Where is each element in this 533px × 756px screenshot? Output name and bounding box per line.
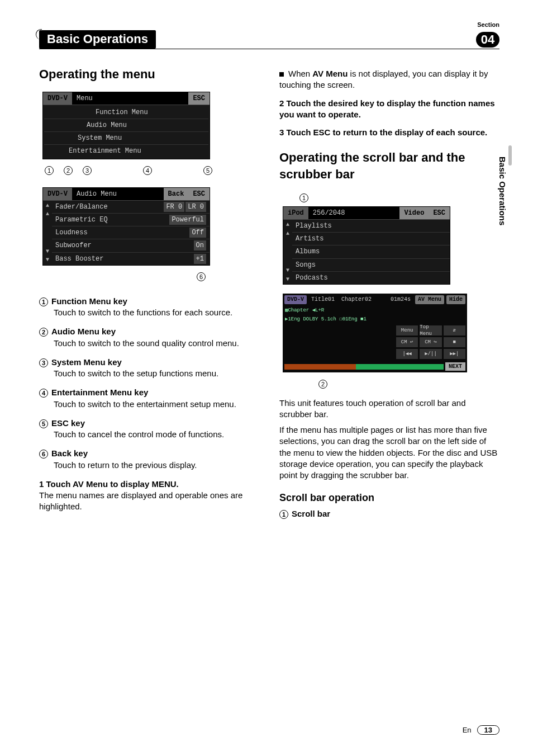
- menu-button[interactable]: Menu: [396, 325, 418, 336]
- scroll-down-icon[interactable]: ▼: [286, 267, 289, 275]
- scroll-up-icon-2[interactable]: ▲: [46, 210, 49, 218]
- left-column: Operating the menu DVD-V Menu ESC Functi…: [39, 66, 259, 527]
- term-body: Touch to cancel the control mode of func…: [54, 429, 259, 440]
- list-item[interactable]: Songs: [292, 259, 450, 272]
- bass-booster-row[interactable]: Bass Booster +1: [52, 253, 210, 265]
- source-tab-2[interactable]: DVD-V: [43, 188, 72, 200]
- top-menu-button[interactable]: Top Menu: [420, 325, 441, 336]
- bass-value: +1: [194, 254, 206, 264]
- scroll-rail[interactable]: ▲ ▲ ▼ ▼: [43, 201, 52, 265]
- entertainment-menu-item[interactable]: Entertainment Menu: [44, 145, 208, 157]
- back-button[interactable]: Back: [164, 188, 189, 200]
- callout-2-right: 2: [318, 380, 327, 389]
- term-title: System Menu key: [51, 357, 122, 367]
- step-1-head: 1 Touch AV Menu to display MENU.: [39, 479, 259, 490]
- prev-button[interactable]: |◀◀: [396, 349, 418, 359]
- row-label: Parametric EQ: [55, 215, 108, 224]
- dvd-audio-line: ▶1Eng DOLBY 5.1ch ☐01Eng ■1: [283, 315, 467, 324]
- stop-button[interactable]: ■: [444, 337, 465, 347]
- term-title: Function Menu key: [51, 296, 127, 306]
- lr-value: LR 0: [185, 202, 206, 212]
- av-menu-note: When AV Menu is not displayed, you can d…: [279, 68, 499, 91]
- subwoofer-value: On: [194, 240, 206, 251]
- right-column: When AV Menu is not displayed, you can d…: [279, 66, 499, 527]
- eq-value: Powerful: [169, 215, 206, 225]
- section-header: Basic Operations 04: [39, 30, 499, 49]
- audio-menu-item[interactable]: Audio Menu: [44, 119, 208, 132]
- cm-back-button[interactable]: CM ↩: [396, 337, 418, 347]
- esc-button-3[interactable]: ESC: [429, 207, 450, 219]
- avmenu-button[interactable]: AV Menu: [415, 295, 444, 304]
- next-button[interactable]: NEXT: [445, 362, 465, 371]
- term-num: 5: [39, 419, 48, 428]
- bullet-icon: [279, 72, 284, 77]
- nav-button[interactable]: ⇵: [444, 325, 465, 336]
- menu-tab[interactable]: Menu: [72, 92, 188, 105]
- dvd-chapter: Chapter02: [339, 295, 374, 304]
- scroll-down-icon[interactable]: ▼: [46, 248, 49, 256]
- row-label: Fader/Balance: [55, 202, 108, 211]
- page-footer: En 13: [463, 725, 499, 735]
- ipod-tab[interactable]: iPod: [283, 207, 308, 219]
- term-body: Touch to return to the previous display.: [54, 460, 259, 471]
- scroll-up-icon[interactable]: ▲: [46, 202, 49, 210]
- callout-6: 6: [197, 272, 206, 281]
- scroll-down-icon-2[interactable]: ▼: [46, 256, 49, 264]
- page-number: 13: [477, 725, 499, 735]
- scroll-intro-2: If the menu has multiple pages or list h…: [279, 424, 499, 481]
- term-title: ESC key: [51, 418, 85, 428]
- list-item[interactable]: Playlists: [292, 220, 450, 233]
- audio-menu-screenshot: DVD-V Audio Menu Back ESC ▲ ▲ ▼ ▼ Fader/…: [42, 187, 210, 266]
- term-body: Touch to switch to the setup functions m…: [54, 368, 259, 379]
- system-menu-item[interactable]: System Menu: [44, 132, 208, 145]
- note-bold: AV Menu: [312, 69, 348, 78]
- callout-5: 5: [203, 166, 212, 175]
- step-3: 3 Touch ESC to return to the display of …: [279, 127, 499, 138]
- function-menu-item[interactable]: Function Menu: [44, 106, 208, 119]
- list-item[interactable]: Artists: [292, 233, 450, 245]
- dvd-time: 01m24s: [388, 295, 413, 304]
- term-body: Touch to switch to the entertainment set…: [54, 399, 259, 410]
- hide-button[interactable]: Hide: [446, 295, 465, 304]
- dvd-source[interactable]: DVD-V: [284, 295, 307, 304]
- scroll-down-icon-2[interactable]: ▼: [286, 276, 289, 284]
- scroll-item-title: Scroll bar: [292, 509, 330, 518]
- scroll-up-icon[interactable]: ▲: [286, 221, 289, 229]
- next-track-button[interactable]: ▶▶|: [444, 349, 465, 359]
- term-num: 3: [39, 358, 48, 367]
- operating-menu-heading: Operating the menu: [39, 66, 259, 83]
- term-num: 6: [39, 450, 48, 459]
- scroll-item-num: 1: [279, 510, 288, 519]
- term-title: Entertainment Menu key: [51, 388, 148, 397]
- dvd-title: Title01: [309, 295, 337, 304]
- term-num: 4: [39, 389, 48, 398]
- cm-fwd-button[interactable]: CM ↪: [420, 337, 441, 347]
- scroll-up-icon-2[interactable]: ▲: [286, 230, 289, 238]
- term-body: Touch to switch to the functions for eac…: [54, 307, 259, 318]
- loudness-row[interactable]: Loudness Off: [52, 226, 210, 239]
- callout-3: 3: [83, 166, 92, 175]
- fader-balance-row[interactable]: Fader/Balance FR 0LR 0: [52, 201, 210, 214]
- play-pause-button[interactable]: ▶/||: [420, 349, 441, 359]
- parametric-eq-row[interactable]: Parametric EQ Powerful: [52, 214, 210, 226]
- list-item[interactable]: Albums: [292, 245, 450, 258]
- side-tab: Basic Operations: [498, 157, 507, 225]
- scroll-bar[interactable]: ▲ ▲ ▼ ▼: [283, 220, 292, 284]
- scrubber-bar[interactable]: [284, 364, 444, 370]
- esc-button[interactable]: ESC: [188, 92, 210, 105]
- footer-lang: En: [463, 726, 472, 734]
- subwoofer-row[interactable]: Subwoofer On: [52, 239, 210, 252]
- scrollbar-heading: Operating the scroll bar and the scrubbe…: [279, 149, 499, 182]
- esc-button-2[interactable]: ESC: [188, 188, 210, 200]
- list-item[interactable]: Podcasts: [292, 272, 450, 284]
- term-title: Audio Menu key: [51, 327, 116, 336]
- audio-menu-title: Audio Menu: [72, 188, 164, 200]
- video-button[interactable]: Video: [399, 207, 429, 219]
- row-label: Loudness: [55, 228, 88, 237]
- loudness-value: Off: [189, 228, 206, 238]
- ipod-counter: 256/2048: [308, 207, 400, 219]
- section-label: Section: [477, 21, 499, 28]
- fr-value: FR 0: [164, 202, 184, 212]
- source-tab[interactable]: DVD-V: [43, 92, 72, 105]
- scroll-intro-1: This unit features touch operation of sc…: [279, 398, 499, 420]
